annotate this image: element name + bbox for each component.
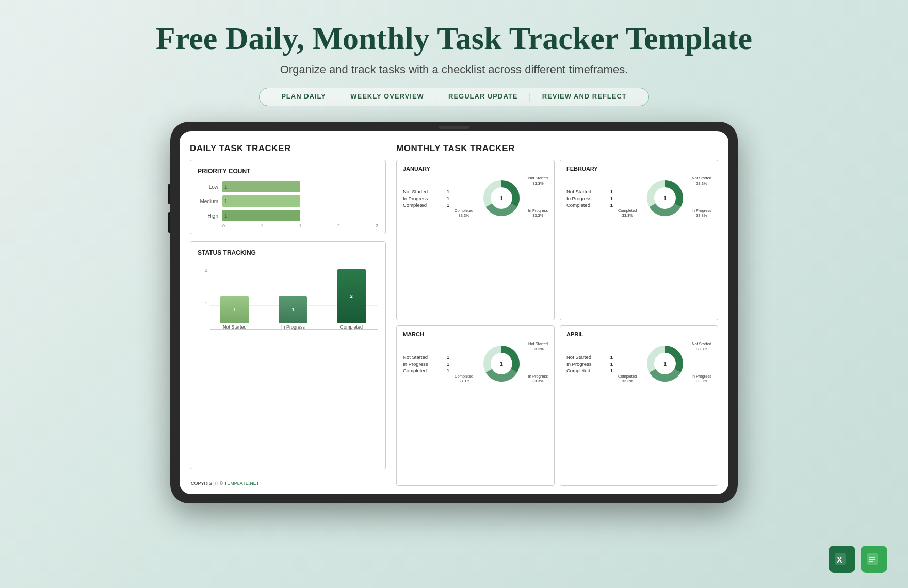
stat-label: In Progress xyxy=(566,361,592,367)
status-chart-title: STATUS TRACKING xyxy=(198,249,378,256)
stat-val: 1 xyxy=(447,202,449,208)
stat-row-completed: Completed 1 xyxy=(566,202,613,208)
donut-label-in-progress-apr: In Progress33.3% xyxy=(692,374,711,384)
donut-label-in-progress-feb: In Progress33.3% xyxy=(692,208,711,219)
tab-weekly-overview[interactable]: WEEKLY OVERVIEW xyxy=(341,92,433,102)
excel-icon[interactable]: X xyxy=(829,546,855,573)
stat-val: 1 xyxy=(447,189,449,194)
stat-val: 1 xyxy=(610,361,613,367)
month-card-january: JANUARY Not Started 1 In Progress xyxy=(396,160,555,320)
tab-plan-daily[interactable]: PLAN DAILY xyxy=(272,92,335,102)
donut-label-completed-feb: Completed33.3% xyxy=(618,208,637,219)
bar-label-in-progress-val: 1 xyxy=(291,307,294,312)
nav-divider-2: | xyxy=(433,92,439,102)
nav-divider-1: | xyxy=(335,92,341,102)
stat-row-in-progress: In Progress 1 xyxy=(403,361,449,367)
copyright: COPYRIGHT © TEMPLATE.NET xyxy=(190,481,386,486)
side-button-1 xyxy=(168,184,170,204)
svg-text:1: 1 xyxy=(500,361,503,367)
bar-fill-low xyxy=(222,181,300,192)
stat-val: 1 xyxy=(447,361,449,367)
sheets-svg xyxy=(866,551,882,567)
stat-label: Not Started xyxy=(403,354,428,360)
donut-container-april: 1 Completed33.3% Not Started33.3% In Pro… xyxy=(618,340,711,387)
donut-container-february: 1 Completed33.3% Not Started33.3% In Pro… xyxy=(618,175,711,221)
stat-val: 1 xyxy=(610,195,613,201)
stat-row-in-progress: In Progress 1 xyxy=(566,195,613,201)
donut-svg-february: 1 xyxy=(634,175,696,221)
stat-row-completed: Completed 1 xyxy=(566,368,613,373)
bar-label-not-started-val: 1 xyxy=(233,307,236,312)
app-icons: X xyxy=(829,546,887,573)
donut-container-march: 1 Completed33.3% Not Started33.3% In Pro… xyxy=(455,340,548,387)
month-stats-march: Not Started 1 In Progress 1 Completed xyxy=(403,354,449,373)
svg-rect-23 xyxy=(869,557,875,558)
status-col-not-started: 1 Not Started xyxy=(220,296,249,330)
stat-val: 1 xyxy=(610,368,613,373)
status-chart-area: 2 1 1 xyxy=(198,263,378,345)
month-name-january: JANUARY xyxy=(403,166,548,172)
bar-value-high: 1 xyxy=(224,213,228,219)
tab-regular-update[interactable]: REGULAR UPDATE xyxy=(439,92,527,102)
stat-label: Not Started xyxy=(403,189,428,194)
donut-label-completed-jan: Completed33.3% xyxy=(455,208,473,219)
stat-label: Completed xyxy=(403,368,427,373)
svg-rect-25 xyxy=(869,561,873,562)
donut-svg-march: 1 xyxy=(471,340,532,387)
donut-label-not-started-apr: Not Started33.3% xyxy=(692,341,711,352)
sheets-icon[interactable] xyxy=(861,546,887,573)
donut-label-not-started-mar: Not Started33.3% xyxy=(528,341,548,352)
stat-label: Completed xyxy=(403,202,427,208)
stat-row-in-progress: In Progress 1 xyxy=(566,361,613,367)
excel-svg: X xyxy=(834,551,850,567)
right-panel: MONTHLY TASK TRACKER JANUARY Not Started… xyxy=(396,143,718,486)
bar-row-high: High 1 xyxy=(198,210,378,221)
bar-axis: 0 1 1 2 2 xyxy=(222,223,378,228)
stat-row-not-started: Not Started 1 xyxy=(566,354,613,360)
svg-rect-24 xyxy=(869,559,875,560)
month-card-march: MARCH Not Started 1 In Progress xyxy=(396,325,555,486)
bar-fill-high xyxy=(222,210,300,221)
stat-val: 1 xyxy=(610,189,613,194)
month-stats-april: Not Started 1 In Progress 1 Completed xyxy=(566,354,613,373)
month-name-april: APRIL xyxy=(566,331,711,337)
stat-row-completed: Completed 1 xyxy=(403,368,449,373)
month-card-inner-march: Not Started 1 In Progress 1 Completed xyxy=(403,340,548,387)
stat-row-not-started: Not Started 1 xyxy=(566,189,613,194)
donut-label-not-started-feb: Not Started33.3% xyxy=(692,176,711,186)
status-col-in-progress: 1 In Progress xyxy=(279,296,307,330)
month-card-inner-january: Not Started 1 In Progress 1 Completed xyxy=(403,175,548,221)
bar-track-low: 1 xyxy=(222,181,378,192)
svg-text:X: X xyxy=(837,556,842,564)
stat-row-not-started: Not Started 1 xyxy=(403,354,449,360)
bar-label-high: High xyxy=(198,213,218,219)
monthly-grid: JANUARY Not Started 1 In Progress xyxy=(396,160,718,486)
nav-tabs: PLAN DAILY | WEEKLY OVERVIEW | REGULAR U… xyxy=(259,88,649,106)
bar-track-high: 1 xyxy=(222,210,378,221)
svg-text:1: 1 xyxy=(663,195,667,201)
bar-value-low: 1 xyxy=(224,184,228,190)
donut-svg-april: 1 xyxy=(634,340,696,387)
stat-val: 1 xyxy=(447,368,449,373)
status-chart-box: STATUS TRACKING 2 1 xyxy=(190,241,386,469)
donut-svg-january: 1 xyxy=(471,175,532,221)
axis-1a: 1 xyxy=(261,223,263,228)
header: Free Daily, Monthly Task Tracker Templat… xyxy=(0,0,908,117)
tab-review-reflect[interactable]: REVIEW AND REFLECT xyxy=(533,92,636,102)
y-label-1: 1 xyxy=(205,301,207,306)
month-name-march: MARCH xyxy=(403,331,548,337)
stat-val: 1 xyxy=(610,354,613,360)
axis-0: 0 xyxy=(222,223,225,228)
donut-label-in-progress-jan: In Progress33.3% xyxy=(528,208,548,219)
axis-2b: 2 xyxy=(376,223,378,228)
copyright-link: TEMPLATE.NET xyxy=(224,481,259,486)
bar-track-medium: 1 xyxy=(222,195,378,207)
month-card-inner-april: Not Started 1 In Progress 1 Completed xyxy=(566,340,711,387)
stat-label: In Progress xyxy=(566,195,592,201)
svg-text:1: 1 xyxy=(500,195,503,201)
month-name-february: FEBRUARY xyxy=(566,166,711,172)
bar-label-low: Low xyxy=(198,184,218,190)
donut-label-completed-apr: Completed33.3% xyxy=(618,374,637,384)
bar-label-not-started: Not Started xyxy=(223,324,247,330)
tablet-screen: DAILY TASK TRACKER PRIORITY COUNT Low 1 xyxy=(180,131,728,494)
